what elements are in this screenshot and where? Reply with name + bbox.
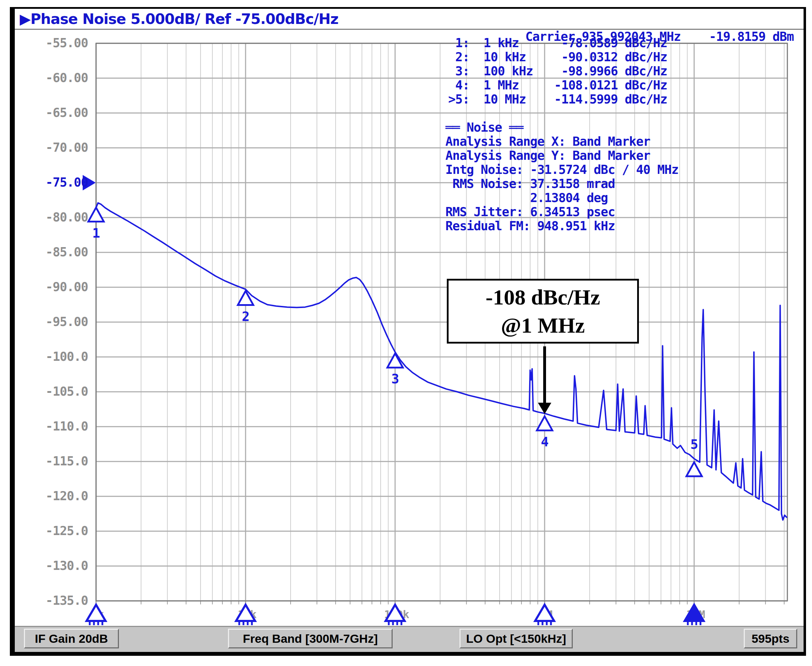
trace-marker-number: 5 xyxy=(690,437,698,452)
y-axis-label: -100.0 xyxy=(19,349,88,364)
plot-grid xyxy=(96,43,787,605)
marker-table: 1: 1 kHz -78.0589 dBc/Hz 2: 10 kHz -90.0… xyxy=(448,36,667,106)
y-axis-label: -125.0 xyxy=(19,524,88,538)
y-axis-label: -135.0 xyxy=(19,593,88,608)
y-axis-label: -60.00 xyxy=(19,71,88,85)
freq-band-button[interactable]: Freq Band [300M-7GHz] xyxy=(228,629,393,648)
marker-readout-row: 3: 100 kHz -98.9966 dBc/Hz xyxy=(448,64,667,78)
points-badge: 595pts xyxy=(744,629,797,648)
y-axis-label: -110.0 xyxy=(19,419,88,434)
y-axis-label: -70.00 xyxy=(19,140,88,155)
noise-analysis: ══ Noise ══Analysis Range X: Band Marker… xyxy=(445,120,678,233)
carrier-power: -19.8159 dBm xyxy=(709,30,794,44)
trace-marker-number: 1 xyxy=(92,226,100,241)
noise-analysis-line: Analysis Range X: Band Marker xyxy=(445,135,678,148)
phase-noise-plot: 1k10k100k1M10M12345 xyxy=(0,0,812,666)
active-trace-icon: ▶ xyxy=(20,11,31,28)
y-axis-label: -130.0 xyxy=(19,559,88,573)
trace-marker-triangle[interactable] xyxy=(238,291,253,305)
noise-analysis-line: Residual FM: 948.951 kHz xyxy=(445,219,678,233)
y-axis-label: -80.00 xyxy=(19,210,88,224)
y-axis-label: -75.00 xyxy=(19,175,88,190)
marker-readout-row: 2: 10 kHz -90.0312 dBc/Hz xyxy=(448,50,667,64)
y-axis-label: -85.00 xyxy=(19,245,88,259)
noise-heading: ══ Noise ══ xyxy=(445,120,678,135)
lo-opt-button[interactable]: LO Opt [<150kHz] xyxy=(459,629,573,648)
phase-noise-trace xyxy=(96,203,787,520)
y-axis-label: -90.00 xyxy=(19,280,88,294)
annotation-line2: @1 MHz xyxy=(501,311,585,340)
trace-marker-number: 4 xyxy=(541,434,548,450)
y-axis-label: -120.0 xyxy=(19,489,88,503)
annotation-callout: -108 dBc/Hz @1 MHz xyxy=(447,279,639,344)
noise-analysis-line: Analysis Range Y: Band Marker xyxy=(445,148,678,163)
marker-readout-row: 4: 1 MHz -108.0121 dBc/Hz xyxy=(448,78,667,92)
y-axis-label: -105.0 xyxy=(19,384,88,399)
y-axis-label: -95.00 xyxy=(19,315,88,329)
trace-marker-number: 3 xyxy=(391,371,399,386)
y-axis-label: -65.00 xyxy=(19,106,88,120)
y-axis-label: -115.0 xyxy=(19,454,88,468)
noise-analysis-line: Intg Noise: -31.5724 dBc / 40 MHz xyxy=(445,163,678,177)
trace-title: ▶Phase Noise 5.000dB/ Ref -75.00dBc/Hz xyxy=(20,11,339,28)
annotation-line1: -108 dBc/Hz xyxy=(485,283,600,311)
x-axis-band-markers: 1k10k100k1M10M xyxy=(87,605,705,625)
noise-analysis-line: 2.13804 deg xyxy=(445,191,678,205)
status-bar xyxy=(15,626,804,652)
trace-marker-triangle[interactable] xyxy=(537,416,552,430)
noise-analysis-line: RMS Noise: 37.3158 mrad xyxy=(445,177,678,191)
trace-title-text: Phase Noise 5.000dB/ Ref -75.00dBc/Hz xyxy=(31,11,339,28)
y-axis-label: -55.00 xyxy=(19,36,88,50)
trace-marker-triangle[interactable] xyxy=(88,208,104,222)
marker-readout-row: >5: 10 MHz -114.5999 dBc/Hz xyxy=(448,92,667,106)
marker-readout-row: 1: 1 kHz -78.0589 dBc/Hz xyxy=(448,36,667,50)
if-gain-button[interactable]: IF Gain 20dB xyxy=(24,629,119,648)
trace-marker-triangle[interactable] xyxy=(686,462,702,476)
trace-marker-number: 2 xyxy=(242,309,249,324)
noise-analysis-line: RMS Jitter: 6.34513 psec xyxy=(445,205,678,219)
